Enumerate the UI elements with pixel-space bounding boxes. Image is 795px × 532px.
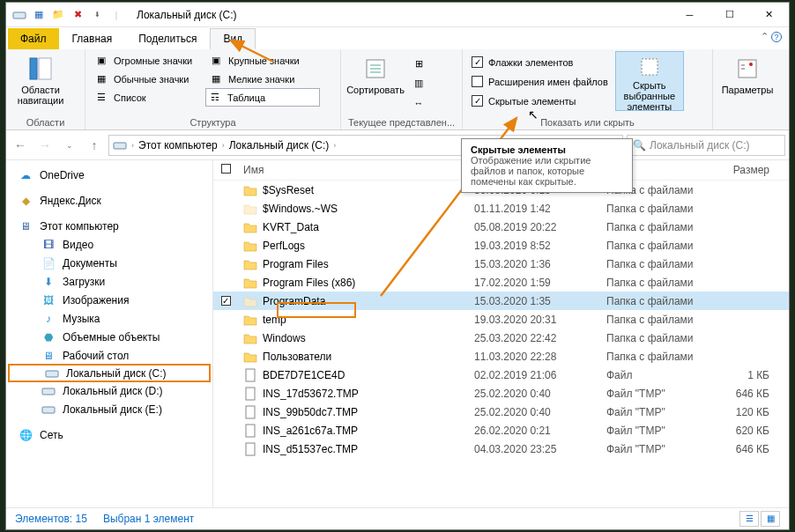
chk-item-checkboxes[interactable]: ✓Флажки элементов xyxy=(468,53,612,71)
file-date: 04.03.2020 23:25 xyxy=(474,443,606,455)
add-columns-button[interactable]: ▥ xyxy=(408,74,429,92)
navigation-sidebar[interactable]: ☁OneDrive ◆Яндекс.Диск 🖥Этот компьютер 🎞… xyxy=(6,160,213,507)
file-list[interactable]: $SysReset30.03.2020 0:15Папка с файлами$… xyxy=(213,181,789,507)
file-icon xyxy=(243,387,257,401)
up-button[interactable]: ↑ xyxy=(84,135,105,156)
sidebar-pc[interactable]: 🖥Этот компьютер xyxy=(6,217,212,235)
file-name: Windows xyxy=(263,332,306,344)
tab-file[interactable]: Файл xyxy=(8,28,59,49)
sidebar-drive-d[interactable]: Локальный диск (D:) xyxy=(6,381,212,400)
file-date: 11.03.2020 22:28 xyxy=(474,351,606,363)
file-row[interactable]: INS_17d53672.TMP25.02.2020 0:40Файл "TMP… xyxy=(213,384,789,403)
sidebar-docs[interactable]: 📄Документы xyxy=(6,254,212,272)
sidebar-desktop[interactable]: 🖥Рабочий стол xyxy=(6,346,212,365)
group-by-button[interactable]: ⊞ xyxy=(408,55,429,73)
file-row[interactable]: PerfLogs19.03.2019 8:52Папка с файлами xyxy=(213,236,789,255)
layout-sm[interactable]: ▦Мелкие значки xyxy=(205,70,320,88)
file-row[interactable]: Пользователи11.03.2020 22:28Папка с файл… xyxy=(213,347,789,366)
chevron-right-icon[interactable]: › xyxy=(129,141,137,150)
file-date: 26.02.2020 0:21 xyxy=(474,425,606,437)
sidebar-pictures[interactable]: 🖼Изображения xyxy=(6,291,212,309)
forward-button[interactable]: → xyxy=(34,135,56,156)
sidebar-network[interactable]: 🌐Сеть xyxy=(6,425,212,444)
video-icon: 🎞 xyxy=(41,238,56,252)
file-row[interactable]: INS_99b50dc7.TMP25.02.2020 0:40Файл "TMP… xyxy=(213,403,789,421)
row-checkbox[interactable]: ✓ xyxy=(221,296,231,306)
fit-icon: ↔ xyxy=(412,96,426,110)
sidebar-downloads[interactable]: ⬇Загрузки xyxy=(6,272,212,291)
qat-undo-icon[interactable]: ✖ xyxy=(70,7,85,23)
chk-hidden-items[interactable]: ✓Скрытые элементы xyxy=(468,92,612,110)
svg-rect-16 xyxy=(246,369,255,381)
chk-file-extensions[interactable]: Расширения имен файлов xyxy=(468,72,612,91)
chevron-right-icon[interactable]: › xyxy=(331,141,338,150)
file-row[interactable]: INS_a261c67a.TMP26.02.2020 0:21Файл "TMP… xyxy=(213,421,789,440)
col-name[interactable]: Имя xyxy=(238,164,474,176)
tab-share[interactable]: Поделиться xyxy=(125,28,210,49)
maximize-button[interactable]: ☐ xyxy=(710,3,749,27)
sidebar-drive-e[interactable]: Локальный диск (E:) xyxy=(6,400,212,418)
onedrive-icon: ☁ xyxy=(19,168,33,182)
svg-rect-20 xyxy=(246,443,255,455)
file-row[interactable]: KVRT_Data05.08.2019 20:22Папка с файлами xyxy=(213,218,789,236)
recent-button[interactable]: ⌄ xyxy=(59,135,80,156)
file-size: 620 КБ xyxy=(725,425,778,437)
sidebar-music[interactable]: ♪Музыка xyxy=(6,309,212,328)
file-list-panel: Имя Размер $SysReset30.03.2020 0:15Папка… xyxy=(213,160,789,507)
file-name: temp xyxy=(263,314,286,326)
file-name: ProgramData xyxy=(263,295,325,307)
select-all-checkbox[interactable] xyxy=(221,164,231,174)
file-row[interactable]: INS_d51537ec.TMP04.03.2020 23:25Файл "TM… xyxy=(213,440,789,458)
layout-lg[interactable]: ▣Крупные значки xyxy=(205,51,320,70)
back-button[interactable]: ← xyxy=(10,135,31,156)
file-type: Файл xyxy=(606,369,725,381)
size-columns-button[interactable]: ↔ xyxy=(408,93,429,112)
file-name: PerfLogs xyxy=(263,240,305,252)
qat-properties-icon[interactable]: ▦ xyxy=(31,7,47,23)
sidebar-3d[interactable]: ⬣Объемные объекты xyxy=(6,328,212,346)
file-icon xyxy=(243,405,257,419)
file-row[interactable]: Program Files (x86)17.02.2020 1:59Папка … xyxy=(213,273,789,292)
svg-rect-2 xyxy=(39,58,51,79)
body: ☁OneDrive ◆Яндекс.Диск 🖥Этот компьютер 🎞… xyxy=(6,160,789,507)
search-input[interactable]: 🔍 Локальный диск (C:) xyxy=(627,135,785,156)
sidebar-video[interactable]: 🎞Видео xyxy=(6,235,212,254)
view-details-button[interactable]: ☰ xyxy=(739,511,759,527)
layout-xl[interactable]: ▣Огромные значки xyxy=(91,51,205,70)
breadcrumb-drive[interactable]: Локальный диск (C:) xyxy=(229,139,330,151)
chevron-right-icon[interactable]: › xyxy=(219,141,227,150)
layout-table[interactable]: ☶Таблица xyxy=(205,88,320,107)
layout-md[interactable]: ▦Обычные значки xyxy=(91,70,205,88)
tab-home[interactable]: Главная xyxy=(59,28,126,49)
close-button[interactable]: ✕ xyxy=(749,3,789,27)
file-type: Папка с файлами xyxy=(606,332,725,344)
breadcrumb-pc[interactable]: Этот компьютер xyxy=(138,139,218,151)
sidebar-yandex[interactable]: ◆Яндекс.Диск xyxy=(6,191,212,210)
file-date: 19.03.2019 8:52 xyxy=(474,240,606,252)
drive-icon xyxy=(45,366,59,381)
status-selection: Выбран 1 элемент xyxy=(103,513,194,525)
file-row[interactable]: $Windows.~WS01.11.2019 1:42Папка с файла… xyxy=(213,199,789,218)
sidebar-onedrive[interactable]: ☁OneDrive xyxy=(6,166,212,184)
file-row[interactable]: temp19.03.2020 20:31Папка с файлами xyxy=(213,310,789,329)
navigation-pane-button[interactable]: Области навигации xyxy=(11,51,70,111)
layout-list[interactable]: ☰Список xyxy=(91,88,205,107)
svg-rect-17 xyxy=(246,388,255,400)
sidebar-drive-c[interactable]: Локальный диск (C:) xyxy=(8,364,211,382)
minimize-button[interactable]: ─ xyxy=(670,3,710,27)
file-date: 05.08.2019 20:22 xyxy=(474,221,606,233)
col-size[interactable]: Размер xyxy=(725,164,778,176)
view-icons-button[interactable]: ▦ xyxy=(761,511,780,527)
options-button[interactable]: Параметры xyxy=(718,51,776,111)
sort-button[interactable]: Сортировать xyxy=(346,51,405,111)
qat-newfolder-icon[interactable]: 📁 xyxy=(50,7,66,23)
ribbon-collapse-icon[interactable]: ⌃ ? xyxy=(761,31,782,42)
file-row[interactable]: BDE7D7E1CE4D02.02.2019 21:06Файл1 КБ xyxy=(213,366,789,384)
file-row[interactable]: Program Files15.03.2020 1:36Папка с файл… xyxy=(213,255,789,273)
hide-selected-button[interactable]: Скрыть выбранные элементы xyxy=(615,51,684,111)
file-row[interactable]: ✓ProgramData15.03.2020 1:35Папка с файла… xyxy=(213,292,789,310)
qat-dropdown-icon[interactable]: ⬇ xyxy=(89,7,105,23)
hide-icon xyxy=(635,55,664,78)
file-row[interactable]: Windows25.03.2020 22:42Папка с файлами xyxy=(213,329,789,347)
tab-view[interactable]: Вид xyxy=(210,28,256,49)
